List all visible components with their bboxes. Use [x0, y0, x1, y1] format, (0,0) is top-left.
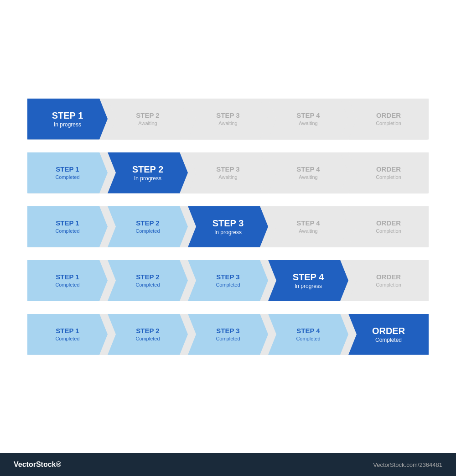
progress-bar-4: STEP 1CompletedSTEP 2CompletedSTEP 3Comp…: [27, 260, 429, 301]
bar5-step4-sub: Completed: [296, 336, 320, 341]
bar2-step1-main: STEP 1: [56, 166, 79, 173]
bar1-step4[interactable]: STEP 4Awaiting: [268, 99, 348, 140]
bar2-step1-sub: Completed: [55, 174, 79, 180]
bar1-step1-main: STEP 1: [52, 110, 83, 120]
footer-url: VectorStock.com/2364481: [373, 461, 442, 468]
bar4-step4[interactable]: STEP 4In progress: [268, 260, 348, 301]
footer-brand: VectorStock®: [14, 460, 61, 469]
bar2-step2[interactable]: STEP 2In progress: [108, 152, 188, 194]
bar1-step2-sub: Awaiting: [138, 120, 157, 126]
bar5-step5-main: ORDER: [372, 326, 405, 336]
bar5-step3-main: STEP 3: [216, 327, 239, 335]
bar2-step3-sub: Awaiting: [218, 174, 237, 180]
bar2-step3-main: STEP 3: [216, 166, 239, 173]
bar2-step4[interactable]: STEP 4Awaiting: [268, 152, 348, 194]
bar3-step1-main: STEP 1: [56, 220, 79, 227]
bar2-step1[interactable]: STEP 1Completed: [27, 152, 108, 194]
bar4-step3-main: STEP 3: [216, 273, 239, 281]
bar4-step4-main: STEP 4: [293, 272, 324, 282]
bar2-step5-main: ORDER: [376, 166, 401, 173]
bar1-step5-main: ORDER: [376, 112, 401, 120]
bar5-step1-main: STEP 1: [56, 327, 79, 335]
bar1-step4-sub: Awaiting: [299, 120, 317, 126]
progress-bar-1: STEP 1In progressSTEP 2AwaitingSTEP 3Awa…: [27, 99, 429, 140]
footer: VectorStock® VectorStock.com/2364481: [0, 453, 456, 476]
bar3-step4-main: STEP 4: [296, 220, 320, 227]
bar5-step5[interactable]: ORDERCompleted: [348, 314, 429, 355]
bar3-step3[interactable]: STEP 3In progress: [188, 206, 268, 247]
bar1-step3-sub: Awaiting: [218, 120, 237, 126]
bar5-step4-main: STEP 4: [296, 327, 320, 335]
bar4-step3-sub: Completed: [216, 282, 240, 288]
bar5-step1-sub: Completed: [55, 336, 79, 341]
bar3-step5-main: ORDER: [376, 220, 401, 227]
bar1-step3-main: STEP 3: [216, 112, 239, 120]
bar3-step2-main: STEP 2: [136, 220, 159, 227]
bar1-step3[interactable]: STEP 3Awaiting: [188, 99, 268, 140]
bar3-step3-sub: In progress: [214, 229, 242, 235]
bar2-step5-sub: Completion: [376, 174, 401, 180]
bar1-step5[interactable]: ORDERCompletion: [348, 99, 429, 140]
bar1-step2-main: STEP 2: [136, 112, 159, 120]
bar3-step5[interactable]: ORDERCompletion: [348, 206, 429, 247]
bar4-step1-sub: Completed: [55, 282, 79, 288]
bar4-step5-sub: Completion: [376, 282, 401, 288]
bar5-step2[interactable]: STEP 2Completed: [108, 314, 188, 355]
bar2-step4-sub: Awaiting: [299, 174, 317, 180]
bar4-step1[interactable]: STEP 1Completed: [27, 260, 108, 301]
bar4-step2-main: STEP 2: [136, 273, 159, 281]
bar5-step2-main: STEP 2: [136, 327, 159, 335]
bar1-step1-sub: In progress: [54, 121, 81, 128]
bar2-step2-main: STEP 2: [132, 164, 164, 174]
bar2-step4-main: STEP 4: [296, 166, 320, 173]
bar4-step5-main: ORDER: [376, 273, 401, 281]
bar5-step3-sub: Completed: [216, 336, 240, 341]
bar4-step5[interactable]: ORDERCompletion: [348, 260, 429, 301]
bar4-step2-sub: Completed: [135, 282, 160, 288]
bar4-step2[interactable]: STEP 2Completed: [108, 260, 188, 301]
bar1-step1[interactable]: STEP 1In progress: [27, 99, 108, 140]
bar5-step2-sub: Completed: [135, 336, 160, 341]
bar3-step1[interactable]: STEP 1Completed: [27, 206, 108, 247]
bar3-step5-sub: Completion: [376, 228, 401, 234]
progress-bar-5: STEP 1CompletedSTEP 2CompletedSTEP 3Comp…: [27, 314, 429, 355]
bar5-step5-sub: Completed: [375, 337, 402, 343]
bar1-step4-main: STEP 4: [296, 112, 320, 120]
bar1-step2[interactable]: STEP 2Awaiting: [108, 99, 188, 140]
bar4-step3[interactable]: STEP 3Completed: [188, 260, 268, 301]
bar5-step4[interactable]: STEP 4Completed: [268, 314, 348, 355]
bar4-step4-sub: In progress: [295, 283, 322, 289]
progress-bar-3: STEP 1CompletedSTEP 2CompletedSTEP 3In p…: [27, 206, 429, 247]
bar4-step1-main: STEP 1: [56, 273, 79, 281]
bar2-step3[interactable]: STEP 3Awaiting: [188, 152, 268, 194]
bar2-step2-sub: In progress: [134, 175, 161, 182]
progress-bar-2: STEP 1CompletedSTEP 2In progressSTEP 3Aw…: [27, 152, 429, 194]
bar3-step4-sub: Awaiting: [299, 228, 317, 234]
bar3-step1-sub: Completed: [55, 228, 79, 234]
bar5-step1[interactable]: STEP 1Completed: [27, 314, 108, 355]
bar3-step2[interactable]: STEP 2Completed: [108, 206, 188, 247]
main-content: STEP 1In progressSTEP 2AwaitingSTEP 3Awa…: [0, 0, 456, 453]
bar3-step2-sub: Completed: [135, 228, 160, 234]
bar5-step3[interactable]: STEP 3Completed: [188, 314, 268, 355]
bar1-step5-sub: Completion: [376, 120, 401, 126]
bar2-step5[interactable]: ORDERCompletion: [348, 152, 429, 194]
bar3-step4[interactable]: STEP 4Awaiting: [268, 206, 348, 247]
bar3-step3-main: STEP 3: [212, 218, 244, 228]
